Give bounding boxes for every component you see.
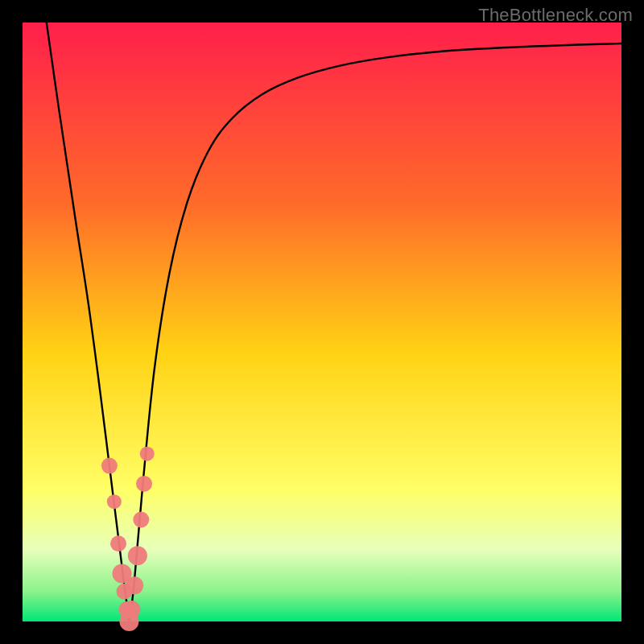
data-marker [140,447,155,461]
data-marker [122,601,140,618]
watermark-text: TheBottleneck.com [478,5,633,26]
plot-background [23,23,621,621]
data-marker [110,535,126,551]
chart-frame: TheBottleneck.com [0,0,644,644]
data-marker [128,546,147,565]
data-marker [107,494,122,509]
data-marker [136,476,152,492]
bottleneck-chart [0,0,644,644]
data-marker [126,576,143,594]
data-marker [101,458,118,474]
data-marker [133,512,149,528]
